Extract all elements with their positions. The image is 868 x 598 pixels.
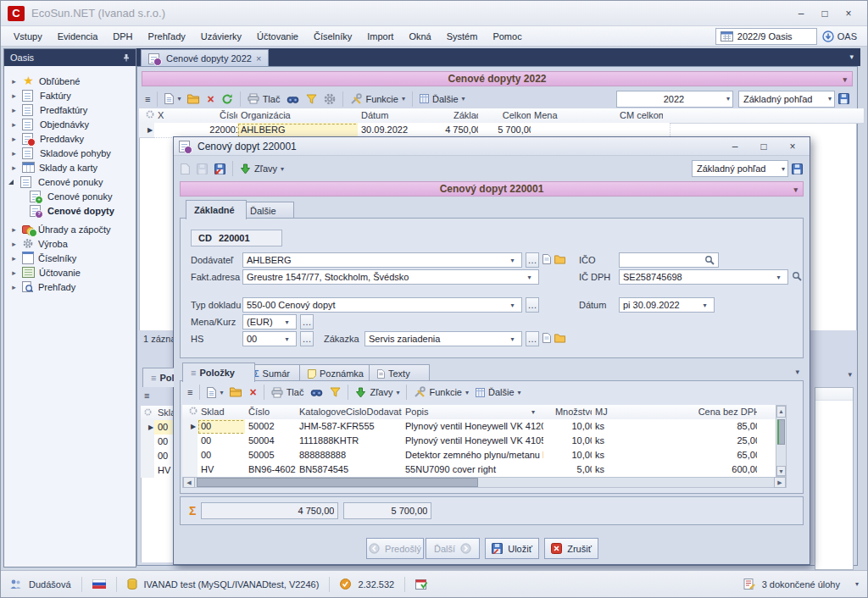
sidebar-item-cenove-ponuky[interactable]: Cenové ponuky	[4, 174, 136, 189]
tab-poznamka[interactable]: Poznámka	[299, 364, 379, 382]
icell-cislo[interactable]: BN96-46027A	[245, 462, 303, 478]
sidebar-item-vyroba[interactable]: ▸Výroba	[4, 236, 136, 251]
window-close-button[interactable]: ×	[837, 5, 860, 22]
dropdown-icon[interactable]: ▾	[507, 257, 518, 264]
items-print-button[interactable]: Tlač	[268, 383, 308, 401]
dialog-maximize-button[interactable]: □	[752, 140, 776, 153]
sidebar-item-predfaktury[interactable]: ▸Predfaktúry	[4, 102, 136, 117]
dialog-save-view-button[interactable]	[788, 159, 806, 178]
icell-popis[interactable]: Plynový ventil Honeywell VK 4105Q2002	[402, 434, 551, 449]
icell-cislo[interactable]: 50004	[245, 434, 303, 449]
zakazka-combo[interactable]: Servis zariadenia ▾	[364, 331, 522, 346]
search-icon[interactable]	[704, 255, 715, 265]
dodavatel-ellipsis-button[interactable]: …	[526, 252, 539, 268]
tab-close-icon[interactable]: ×	[256, 53, 261, 64]
menu-prehlady[interactable]: Prehľady	[141, 27, 193, 46]
expander-icon[interactable]: ▸	[10, 77, 18, 86]
menu-vstupy[interactable]: Vstupy	[6, 27, 50, 46]
menu-system[interactable]: Systém	[439, 27, 486, 46]
filter-button[interactable]	[303, 90, 320, 108]
sidebar-item-uctovanie[interactable]: ▸Účtovanie	[4, 265, 136, 280]
band-collapse-icon[interactable]: ▾	[843, 75, 847, 84]
icol-popis[interactable]: Popis	[402, 405, 551, 420]
sidebar-item-skladove-pohyby[interactable]: ▸Skladové pohyby	[4, 146, 136, 160]
scroll-down-icon[interactable]: ▼	[776, 466, 786, 476]
zakazka-doc-icon[interactable]	[542, 333, 551, 345]
datum-combo[interactable]: pi 30.09.2022 ▾	[619, 297, 715, 313]
save-button[interactable]: Uložiť	[485, 538, 539, 559]
expander-icon[interactable]: ▸	[10, 283, 18, 291]
delete-record-icon[interactable]: ×	[203, 90, 217, 108]
items-hscrollbar[interactable]: ◀ ▶	[182, 477, 787, 488]
bg-toolbar-menu-icon[interactable]: ≡	[141, 386, 153, 405]
dialog-close-button[interactable]: ×	[781, 140, 804, 153]
icell-popis[interactable]: 55NU7090 cover right	[402, 462, 551, 478]
zakazka-ellipsis-button[interactable]: …	[526, 331, 539, 346]
hs-ellipsis-button[interactable]: …	[300, 331, 314, 346]
year-filter-combo[interactable]: 2022▾	[616, 91, 733, 108]
settings-button[interactable]	[320, 90, 339, 108]
items-vscrollbar[interactable]: ▲ ▼	[776, 405, 787, 477]
col-organizacia[interactable]: Organizácia	[237, 108, 365, 124]
tab-cenove-dopyty-2022[interactable]: Cenové dopyty 2022 ×	[141, 49, 269, 67]
expander-icon[interactable]: ▸	[10, 254, 18, 263]
icell-cislo[interactable]: 50005	[245, 448, 303, 463]
items-delete-icon[interactable]: ×	[246, 383, 259, 401]
mena-ellipsis-button[interactable]: …	[300, 314, 314, 329]
menu-uzavierky[interactable]: Uzávierky	[193, 27, 249, 46]
col-cislo[interactable]: Číslo	[180, 108, 245, 124]
previous-button[interactable]: Predošlý	[366, 538, 424, 559]
sidebar-item-cenove-dopyty[interactable]: ?Cenové dopyty	[4, 203, 136, 218]
icell-cena[interactable]: 25,00	[666, 434, 765, 449]
hscroll-thumb[interactable]	[197, 478, 478, 487]
col-datum[interactable]: Dátum	[358, 108, 438, 124]
sidebar-item-faktury[interactable]: ▸Faktúry	[4, 88, 136, 102]
save-view-button[interactable]	[835, 90, 853, 108]
new-record-button[interactable]: ▾	[161, 90, 184, 108]
icol-cena[interactable]: Cena bez DPH	[666, 405, 765, 420]
icell-katalog[interactable]: JHM-587-KFR555	[296, 419, 409, 435]
sidebar-item-cenove-ponuky-child[interactable]: +Cenové ponuky	[4, 189, 136, 203]
dodavatel-doc-icon[interactable]	[542, 254, 551, 266]
sidebar-item-sklady-a-karty[interactable]: ▸Sklady a karty	[4, 160, 136, 174]
ic-dph-search-icon[interactable]	[792, 271, 802, 283]
menu-evidencia[interactable]: Evidencia	[50, 27, 106, 46]
sidebar-item-prehlady[interactable]: ▸Prehľady	[4, 280, 136, 294]
dodavatel-combo[interactable]: AHLBERG ▾	[242, 252, 522, 268]
icell-mj[interactable]: ks	[592, 434, 674, 449]
open-record-button[interactable]	[184, 90, 203, 108]
items-more-button[interactable]: Ďalšie▾	[472, 383, 525, 401]
dropdown-icon[interactable]: ▾	[281, 318, 292, 326]
expander-icon[interactable]: ▸	[10, 106, 18, 114]
zlavy-menu-button[interactable]: Zľavy▾	[236, 159, 287, 178]
typ-dokladu-combo[interactable]: 550-00 Cenový dopyt ▾	[242, 297, 522, 313]
more-menu-button[interactable]: Ďalšie▾	[416, 90, 469, 108]
icell-mj[interactable]: ks	[592, 448, 674, 463]
expander-open-icon[interactable]	[8, 180, 14, 185]
items-filter-button[interactable]	[326, 383, 344, 401]
expander-icon[interactable]: ▸	[10, 135, 18, 143]
icell-katalog[interactable]: BN5874545	[296, 462, 409, 478]
expander-icon[interactable]: ▸	[10, 163, 18, 172]
refresh-button[interactable]	[218, 90, 236, 108]
sidebar-item-oblubene[interactable]: ▸★Obľúbené	[4, 74, 136, 88]
expander-icon[interactable]: ▸	[10, 240, 18, 248]
cancel-button[interactable]: Zrušiť	[544, 538, 598, 559]
col-cm-celkom[interactable]: CM celkom	[580, 108, 670, 124]
status-tasks[interactable]: 3 dokončené úlohy	[762, 579, 840, 590]
fakt-adresa-combo[interactable]: Greustre 1547/77, Stockholm, Švédsko ▾	[242, 269, 539, 285]
col-mena[interactable]: Mena	[531, 108, 587, 124]
dropdown-icon[interactable]: ▾	[524, 274, 535, 281]
oas-button[interactable]: OAS	[817, 28, 862, 45]
tab-dalsie[interactable]: Ďalšie	[242, 202, 294, 219]
menu-ciselniky[interactable]: Číselníky	[306, 27, 359, 46]
dropdown-icon[interactable]: ▾	[281, 335, 292, 343]
dialog-view-combo[interactable]: Základný pohľad▾	[692, 160, 788, 177]
period-selector[interactable]: 2022/9 Oasis	[715, 28, 817, 45]
tabbar-dropdown-icon[interactable]: ▾	[849, 53, 854, 61]
items-zlavy-button[interactable]: Zľavy▾	[352, 383, 403, 401]
icell-popis[interactable]: Detektor zemného plynu/metanu Honeywell.…	[402, 448, 551, 463]
menu-okna[interactable]: Okná	[401, 27, 438, 46]
items-functions-button[interactable]: Funkcie▾	[410, 383, 472, 401]
expander-icon[interactable]: ▸	[10, 225, 18, 234]
